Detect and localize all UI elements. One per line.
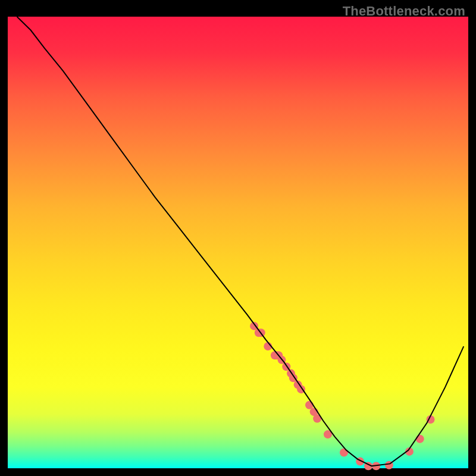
chart-gradient-background [8,17,468,468]
watermark-text: TheBottleneck.com [343,4,465,19]
